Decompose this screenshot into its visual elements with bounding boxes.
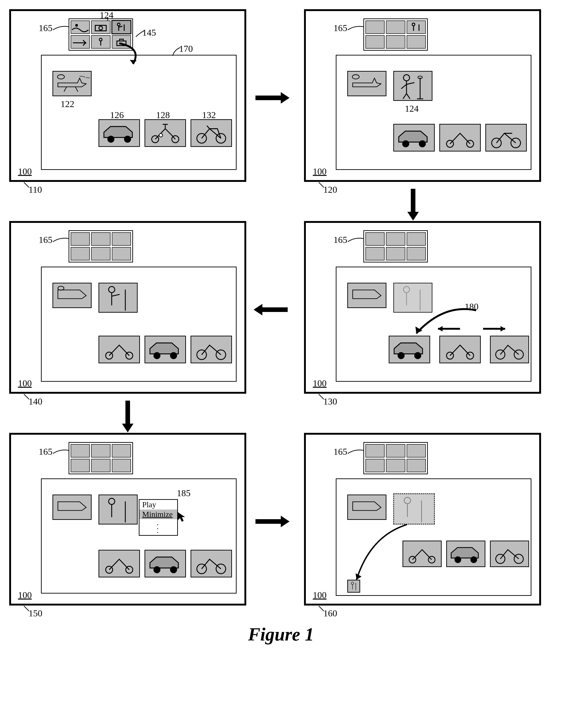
clip-scooter[interactable] xyxy=(99,336,140,363)
panel-160: 165 100 160 xyxy=(304,433,553,606)
thumb-camera[interactable] xyxy=(386,20,405,34)
clip-scooter[interactable] xyxy=(439,124,481,151)
clip-car[interactable] xyxy=(145,336,186,363)
svg-point-88 xyxy=(351,582,354,585)
thumb-swim[interactable] xyxy=(71,20,90,34)
clip-car[interactable] xyxy=(389,336,430,363)
svg-point-46 xyxy=(58,286,64,290)
media-browser[interactable] xyxy=(69,442,133,474)
thumb[interactable] xyxy=(365,459,384,472)
thumb[interactable] xyxy=(407,459,426,472)
panel-num-110: 110 xyxy=(29,184,42,195)
media-browser[interactable] xyxy=(69,230,133,262)
thumb[interactable] xyxy=(91,232,110,246)
clip-bike[interactable] xyxy=(191,336,232,363)
thumb[interactable] xyxy=(71,459,90,472)
clip-person[interactable] xyxy=(99,283,138,313)
svg-marker-103 xyxy=(254,304,263,315)
clip-person[interactable] xyxy=(99,495,138,524)
panel-frame: 165 124 145 170 xyxy=(9,9,246,182)
ref-122: 122 xyxy=(61,99,74,109)
svg-line-32 xyxy=(401,84,406,89)
thumb[interactable] xyxy=(407,444,426,457)
thumb-person2[interactable] xyxy=(91,35,110,49)
thumb[interactable] xyxy=(112,444,131,457)
flow-arrow-150-160 xyxy=(253,513,290,530)
thumb-swim[interactable] xyxy=(365,20,384,34)
thumb[interactable] xyxy=(71,444,90,457)
svg-line-72 xyxy=(319,394,324,399)
thumb[interactable] xyxy=(112,247,131,260)
svg-point-29 xyxy=(352,75,359,79)
context-menu[interactable]: Play Minimize ... xyxy=(139,499,178,536)
thumb[interactable] xyxy=(112,459,131,472)
svg-point-30 xyxy=(403,75,410,81)
thumb[interactable] xyxy=(71,232,90,246)
thumb[interactable] xyxy=(365,232,384,246)
svg-point-26 xyxy=(412,23,415,26)
clip-person-minimized[interactable] xyxy=(347,580,360,593)
clip-plane[interactable] xyxy=(53,283,92,308)
thumb[interactable] xyxy=(365,247,384,260)
thumb[interactable] xyxy=(71,247,90,260)
thumb[interactable] xyxy=(91,459,110,472)
clip-car[interactable] xyxy=(145,550,186,577)
panel-code: 100 xyxy=(18,590,32,600)
thumb[interactable] xyxy=(386,247,405,260)
thumb-plane-small[interactable] xyxy=(71,35,90,49)
media-browser[interactable] xyxy=(363,18,428,51)
thumb[interactable] xyxy=(386,444,405,457)
clip-car[interactable] xyxy=(99,119,140,147)
thumb-camera[interactable] xyxy=(91,20,110,34)
svg-point-80 xyxy=(170,566,177,573)
clip-bike[interactable] xyxy=(485,124,527,151)
svg-point-3 xyxy=(117,23,120,26)
svg-marker-99 xyxy=(281,92,289,104)
thumb[interactable] xyxy=(386,232,405,246)
thumb[interactable] xyxy=(91,247,110,260)
menu-item-minimize[interactable]: Minimize xyxy=(140,510,177,519)
menu-item-play[interactable]: Play xyxy=(140,500,177,510)
clip-scooter[interactable] xyxy=(99,550,140,577)
clip-bike[interactable] xyxy=(490,541,529,567)
thumb[interactable] xyxy=(386,459,405,472)
clip-car[interactable] xyxy=(393,124,435,151)
flow-arrow-110-120 xyxy=(253,90,290,107)
clip-scooter[interactable] xyxy=(402,541,442,567)
clip-bike[interactable] xyxy=(191,550,232,577)
clip-person-dashed[interactable] xyxy=(393,493,435,524)
ref-165: 165 xyxy=(333,446,347,457)
clip-plane[interactable] xyxy=(347,283,386,308)
thumb-person[interactable] xyxy=(112,20,131,34)
clip-plane[interactable] xyxy=(53,495,92,520)
thumb[interactable] xyxy=(407,232,426,246)
svg-point-67 xyxy=(414,352,421,359)
svg-point-79 xyxy=(154,566,161,573)
clip-scooter[interactable] xyxy=(439,336,481,363)
thumb-person2[interactable] xyxy=(386,35,405,49)
thumb[interactable] xyxy=(365,444,384,457)
clip-plane[interactable] xyxy=(347,71,386,96)
clip-plane[interactable] xyxy=(347,495,386,520)
clip-car[interactable] xyxy=(446,541,485,567)
clip-bike[interactable] xyxy=(191,119,232,147)
clip-scooter[interactable] xyxy=(145,119,186,147)
svg-point-95 xyxy=(496,554,505,563)
svg-point-58 xyxy=(403,286,410,293)
clip-bike[interactable] xyxy=(490,336,529,363)
thumb-person[interactable] xyxy=(407,20,426,34)
panel-140: 165 100 140 xyxy=(9,221,258,394)
media-browser[interactable] xyxy=(363,230,428,262)
media-browser[interactable] xyxy=(363,442,428,474)
thumb-briefcase[interactable] xyxy=(407,35,426,49)
svg-point-0 xyxy=(75,24,78,27)
svg-point-53 xyxy=(154,352,161,359)
thumb-plane-small[interactable] xyxy=(365,35,384,49)
clip-person[interactable] xyxy=(393,71,432,101)
thumb[interactable] xyxy=(91,444,110,457)
thumb[interactable] xyxy=(407,247,426,260)
svg-marker-12 xyxy=(130,60,137,64)
thumb[interactable] xyxy=(112,232,131,246)
clip-plane[interactable] xyxy=(53,71,92,96)
svg-point-16 xyxy=(108,136,114,143)
